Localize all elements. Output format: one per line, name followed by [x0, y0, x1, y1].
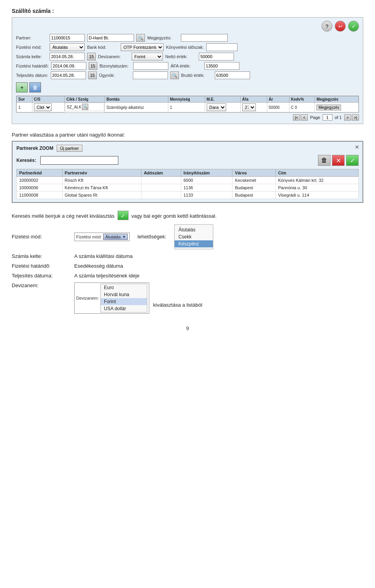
megjegyzes-btn[interactable]: Megjegyzés — [316, 105, 341, 110]
table-row: 1 Cikk SZ_ALK 🔍 Számítógép alkatrész 1 D… — [17, 103, 359, 112]
fizmod-value: Átutalás — [105, 234, 121, 239]
szamla-kelte-row: Számla kelte: A számla kiállítási dátuma — [12, 253, 363, 259]
back-button[interactable]: ↩ — [335, 21, 346, 32]
kereses-text: Keresés mellé beírjuk a cég nevét kivála… — [12, 211, 363, 220]
partner-section-title: Partner választása a partner utáni nagyí… — [12, 132, 363, 138]
prev-page-btn[interactable]: < — [301, 114, 308, 121]
teljdatum-cal[interactable]: 15 — [88, 71, 97, 79]
netto-input[interactable] — [199, 53, 234, 60]
me-select[interactable]: Darab — [207, 103, 226, 111]
afa-input[interactable] — [204, 62, 239, 70]
new-partner-button[interactable]: Új partner — [57, 145, 82, 152]
szamla-kelte-input[interactable] — [50, 53, 85, 60]
zoom-cell-adoszam — [141, 177, 181, 184]
fizmod-dropdown[interactable]: Átutalás ▼ — [103, 234, 128, 240]
deviza-dropdown-box: Euro Horvát kuna Forint USA dollár — [100, 284, 147, 313]
zoom-cell-nev: Rösch Kft — [62, 177, 141, 184]
zoom-title: Partnerek ZOOM — [16, 146, 54, 151]
deviza-euro[interactable]: Euro — [101, 284, 147, 291]
afa-label: ÁFA érték: — [171, 64, 202, 68]
lehetosegek-label: lehetőségek: — [138, 234, 166, 240]
teljdatum-input[interactable] — [51, 71, 86, 79]
zoom-search-label: Keresés: — [16, 158, 36, 163]
option-csekk[interactable]: Csekk — [175, 233, 213, 240]
fizmod-select[interactable]: Átutalás — [50, 43, 85, 51]
zoom-search-input[interactable] — [40, 156, 118, 165]
zoom-cell-nev: Kéménczi és Társa Kft — [62, 184, 141, 192]
col-megjegyzes: Megjegyzés — [315, 96, 359, 103]
bizonylat-input[interactable] — [133, 62, 168, 70]
zoom-cancel-button[interactable]: ✕ — [332, 155, 345, 166]
col-kedv: Kedv% — [289, 96, 314, 103]
deviza-horvat[interactable]: Horvát kuna — [101, 291, 147, 298]
zoom-cell-adoszam — [141, 184, 181, 192]
col-afa: Áfa — [240, 96, 267, 103]
teljdatum-body-label: Teljesítés dátuma: — [12, 273, 66, 279]
help-button[interactable]: ? — [321, 21, 332, 32]
zoom-delete-button[interactable]: 🗑 — [318, 155, 330, 166]
megjegyzes-label: Megjegyzés: — [147, 36, 179, 40]
zoom-col-cim: Cím — [276, 169, 359, 177]
next-page-btn[interactable]: > — [344, 114, 351, 121]
deviza-forint[interactable]: Forint — [101, 298, 147, 305]
col-cs: C/S — [32, 96, 64, 103]
partner-search-button[interactable]: 🔍 — [136, 34, 145, 42]
cell-ar: 50000 — [267, 103, 289, 112]
megjegyzes-input[interactable] — [181, 34, 228, 42]
konyvelas-input[interactable] — [206, 43, 238, 51]
zoom-col-varos: Város — [232, 169, 276, 177]
partner-code-input[interactable] — [50, 34, 85, 42]
cell-bontas: Számítógép alkatrész — [105, 103, 168, 112]
deviza-usa[interactable]: USA dollár — [101, 305, 147, 312]
zoom-select-button[interactable]: ✓ — [346, 155, 359, 166]
close-icon[interactable]: ✕ — [355, 144, 359, 150]
ugynok-input[interactable] — [133, 71, 168, 79]
partner-name-input[interactable] — [87, 34, 134, 42]
devizanem-body-label: Devizanem: — [12, 282, 66, 288]
option-atutalas[interactable]: Átutalás — [175, 226, 213, 233]
cell-mennyiseg: 1 — [168, 103, 205, 112]
option-keszpenz[interactable]: Készpénz — [175, 240, 213, 247]
szamla-kelte-desc: A számla kiállítási dátuma — [74, 253, 133, 259]
netto-label: Nettó érték: — [165, 54, 196, 59]
cell-megjegyzes-btn: Megjegyzés — [315, 103, 359, 112]
cell-cikk: SZ_ALK 🔍 — [65, 103, 104, 111]
brutto-input[interactable] — [215, 71, 250, 79]
col-cikk: Cikk / Szolg — [65, 96, 105, 103]
teljdatum-label: Teljesítés dátum: — [16, 73, 48, 78]
teljdatum-desc: A számla teljesítésének ideje — [74, 273, 139, 279]
partner-label: Partner: — [16, 36, 47, 40]
cs-select[interactable]: Cikk — [34, 103, 52, 111]
devizanem-select[interactable]: Forint — [132, 53, 163, 60]
afa-select[interactable]: 27 — [242, 103, 256, 111]
check-icon: ✓ — [118, 211, 129, 220]
zoom-col-nev: Partnernév — [62, 169, 141, 177]
ugynok-label: Ügynök: — [99, 73, 130, 78]
zoom-cell-kod: 11000008 — [17, 192, 62, 199]
szamla-kelte-body-label: Számla kelte: — [12, 253, 66, 259]
zoom-box: Partnerek ZOOM Új partner ✕ Keresés: 🗑 ✕… — [12, 141, 363, 203]
del-row-button[interactable]: 🗑 — [29, 82, 41, 92]
zoom-cell-cim: Pannónia u. 30 — [276, 184, 359, 192]
fizhatarido-desc: Esedékesség dátuma — [74, 263, 123, 269]
ugynok-search[interactable]: 🔍 — [170, 71, 179, 79]
szamla-kelte-cal[interactable]: 15 — [87, 53, 96, 60]
cikk-search[interactable]: 🔍 — [82, 104, 88, 110]
last-page-btn[interactable]: >| — [352, 114, 359, 121]
devizanem-desc: kiválasztása a listából — [153, 302, 202, 308]
zoom-col-kod: Partnerkód — [17, 169, 62, 177]
fizhatarido-body-label: Fizetési határidő: — [12, 263, 66, 269]
confirm-button[interactable]: ✓ — [348, 21, 359, 32]
first-page-btn[interactable]: |< — [293, 114, 300, 121]
cell-cs: Cikk — [32, 103, 64, 112]
zoom-table-row: 10000002Rösch Kft6000KecskemétKönyves Ká… — [17, 177, 359, 184]
add-row-button[interactable]: + — [16, 82, 28, 92]
fizhatarido-cal[interactable]: 15 — [89, 62, 97, 70]
zoom-cell-varos: Kecskemét — [232, 177, 276, 184]
zoom-table-row: 10000006Kéménczi és Társa Kft1136Budapes… — [17, 184, 359, 192]
bankkod-select[interactable]: OTP Forintszámla — [121, 43, 164, 51]
fizhatarido-input[interactable] — [51, 62, 86, 70]
page-number-input[interactable] — [323, 114, 332, 121]
cell-sor: 1 — [17, 103, 32, 112]
fizmod-widget-label: Fizetési mód: — [76, 234, 102, 239]
